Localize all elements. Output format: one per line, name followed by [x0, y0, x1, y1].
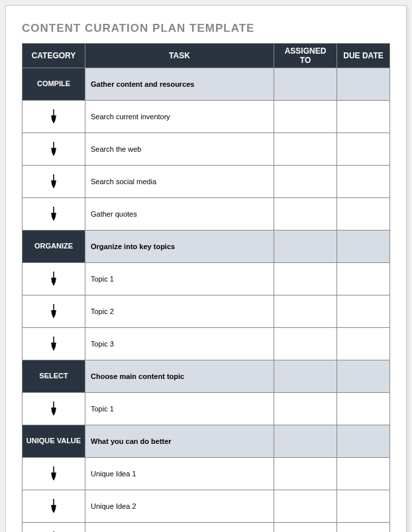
section-header-text: Gather content and resources [85, 68, 274, 101]
assigned-cell [274, 490, 337, 523]
due-cell [337, 393, 390, 425]
section-header-due [337, 231, 390, 263]
assigned-cell [274, 393, 337, 425]
table-row: Unique Idea 1 [23, 458, 390, 490]
due-cell [337, 295, 390, 328]
col-category: CATEGORY [23, 44, 85, 68]
table-row: Topic 2 [23, 295, 390, 328]
arrow-cell [23, 295, 85, 328]
arrow-down-icon [49, 466, 58, 480]
section-header-text: Organize into key topics [85, 231, 274, 263]
section-header-text: Choose main content topic [85, 360, 274, 393]
arrow-cell [23, 523, 85, 533]
table-row: Unique Idea 3 [23, 523, 390, 533]
assigned-cell [274, 458, 337, 490]
arrow-cell [23, 458, 85, 490]
section-header-assigned [274, 231, 337, 263]
section-header-due [337, 425, 390, 458]
col-assigned: ASSIGNED TO [274, 44, 337, 68]
arrow-cell [23, 198, 85, 231]
section-header-row: SELECTChoose main content topic [23, 360, 390, 393]
due-cell [337, 458, 390, 490]
category-label: COMPILE [23, 68, 85, 101]
arrow-down-icon [49, 109, 58, 123]
arrow-down-icon [49, 141, 58, 156]
section-header-assigned [274, 360, 337, 393]
arrow-down-icon [49, 174, 58, 188]
task-cell: Topic 3 [85, 328, 274, 360]
table-row: Topic 3 [23, 328, 390, 360]
assigned-cell [274, 166, 337, 198]
section-header-due [337, 68, 390, 101]
category-label: SELECT [23, 360, 85, 393]
task-cell: Unique Idea 3 [85, 523, 274, 533]
arrow-down-icon [49, 206, 58, 221]
task-cell: Unique Idea 2 [85, 490, 274, 523]
table-row: Search current inventory [23, 101, 390, 133]
table-row: Topic 1 [23, 393, 390, 425]
assigned-cell [274, 198, 337, 231]
table-row: Gather quotes [23, 198, 390, 231]
assigned-cell [274, 133, 337, 166]
due-cell [337, 328, 390, 360]
section-header-assigned [274, 68, 337, 101]
assigned-cell [274, 101, 337, 133]
table-row: Unique Idea 2 [23, 490, 390, 523]
category-label: UNIQUE VALUE [23, 425, 85, 458]
header-row: CATEGORY TASK ASSIGNED TO DUE DATE [23, 44, 390, 68]
section-header-row: COMPILEGather content and resources [23, 68, 390, 101]
arrow-down-icon [49, 303, 58, 318]
arrow-cell [23, 490, 85, 523]
task-cell: Search current inventory [85, 101, 274, 133]
task-cell: Search social media [85, 166, 274, 198]
assigned-cell [274, 263, 337, 295]
due-cell [337, 523, 390, 533]
due-cell [337, 198, 390, 231]
plan-table: CATEGORY TASK ASSIGNED TO DUE DATE COMPI… [22, 43, 390, 532]
arrow-cell [23, 166, 85, 198]
task-cell: Gather quotes [85, 198, 274, 231]
section-header-row: ORGANIZEOrganize into key topics [23, 231, 390, 263]
category-label: ORGANIZE [23, 231, 85, 263]
arrow-down-icon [49, 336, 58, 350]
arrow-cell [23, 328, 85, 360]
document-page: CONTENT CURATION PLAN TEMPLATE CATEGORY … [5, 5, 407, 532]
task-cell: Unique Idea 1 [85, 458, 274, 490]
section-header-text: What you can do better [85, 425, 274, 458]
col-task: TASK [85, 44, 274, 68]
task-cell: Topic 2 [85, 295, 274, 328]
assigned-cell [274, 523, 337, 533]
due-cell [337, 133, 390, 166]
section-header-row: UNIQUE VALUEWhat you can do better [23, 425, 390, 458]
due-cell [337, 490, 390, 523]
col-due: DUE DATE [337, 44, 390, 68]
page-title: CONTENT CURATION PLAN TEMPLATE [22, 22, 390, 35]
due-cell [337, 166, 390, 198]
arrow-cell [23, 393, 85, 425]
table-row: Topic 1 [23, 263, 390, 295]
table-row: Search social media [23, 166, 390, 198]
section-header-assigned [274, 425, 337, 458]
task-cell: Topic 1 [85, 393, 274, 425]
assigned-cell [274, 295, 337, 328]
table-row: Search the web [23, 133, 390, 166]
arrow-down-icon [49, 498, 58, 513]
arrow-cell [23, 101, 85, 133]
task-cell: Topic 1 [85, 263, 274, 295]
section-header-due [337, 360, 390, 393]
arrow-down-icon [49, 271, 58, 286]
due-cell [337, 101, 390, 133]
due-cell [337, 263, 390, 295]
task-cell: Search the web [85, 133, 274, 166]
arrow-cell [23, 133, 85, 166]
assigned-cell [274, 328, 337, 360]
arrow-down-icon [49, 401, 58, 415]
arrow-cell [23, 263, 85, 295]
